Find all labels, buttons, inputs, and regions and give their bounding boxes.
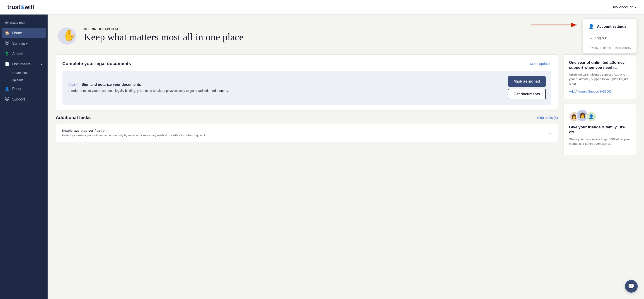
support-icon [4,97,10,102]
content-area: ✋ HI ERIN DELAPORTA! Keep what matters m… [48,15,644,299]
chevron-down-icon: ▲ [634,6,637,9]
task-arrow-icon[interactable]: → [547,130,552,136]
main-column: Complete your legal documents Make updat… [56,55,558,142]
sidebar-sub-uploads[interactable]: Uploads [12,77,48,84]
avatar-3: 👤 [586,112,596,122]
chat-icon: 💬 [628,283,635,289]
sidebar-item-summary[interactable]: Summary [0,38,48,49]
dropdown-footer: Privacy | Terms | Accessibility [583,44,636,51]
sidebar: My estate plan 🏠 Home Summary 💲 Assets 📄… [0,15,48,299]
get-documents-button[interactable]: Get documents [508,89,546,99]
logout-icon: ↪ [588,36,592,41]
referral-avatars: 👩 👩 👤 [569,109,630,122]
add-attorney-support-link[interactable]: Add Attorney Support (+$200) [569,90,611,93]
account-dropdown: 👤 Account settings ↪ Log out Privacy | T… [583,19,637,53]
sidebar-item-documents[interactable]: 📄 Documents ▲ [0,59,48,69]
tasks-header: Additional tasks Hide tasks (4) [56,115,558,120]
documents-chevron-icon: ▲ [40,63,43,66]
account-settings-item[interactable]: 👤 Account settings [583,21,636,33]
logo-ampersand: & [20,4,25,11]
task-description: Protect your estate plan with enhanced s… [62,133,207,137]
referral-title: Give your friends & family 10% off. [569,125,630,135]
make-updates-link[interactable]: Make updates [530,62,551,66]
logo: trust&will [7,4,34,11]
my-account-button[interactable]: My account ▲ [613,5,637,10]
logout-item[interactable]: ↪ Log out [583,33,636,44]
hero-illustration: ✋ [56,24,78,46]
sidebar-item-documents-label: Documents [12,62,30,66]
sidebar-item-summary-label: Summary [12,42,28,46]
documents-icon: 📄 [4,62,10,67]
task-item-verification: Enable two-step verification Protect you… [56,124,558,142]
two-col-layout: Complete your legal documents Make updat… [56,55,636,160]
sidebar-item-assets[interactable]: 💲 Assets [0,49,48,59]
task-title: Enable two-step verification [62,129,207,132]
referral-card: 👩 👩 👤 Give your friends & family 10% off… [563,104,636,155]
accessibility-link[interactable]: Accessibility [615,46,631,50]
hero-headline: Keep what matters most all in one place [84,32,244,43]
sign-block-text: NEXT Sign and notarize your documents In… [68,83,504,93]
logout-label: Log out [594,36,606,40]
assets-icon: 💲 [4,52,10,56]
sign-block: NEXT Sign and notarize your documents In… [62,71,551,105]
legal-documents-title: Complete your legal documents [62,61,131,66]
home-icon: 🏠 [4,31,10,35]
additional-tasks-title: Additional tasks [56,115,91,120]
hero-text: HI ERIN DELAPORTA! Keep what matters mos… [84,27,244,43]
sign-block-actions: Mark as signed Get documents [508,76,546,99]
sidebar-item-home-label: Home [12,31,22,35]
side-column: One year of unlimited attorney support w… [563,55,636,160]
sidebar-item-support-label: Support [12,97,25,101]
user-circle-icon: 👤 [588,24,594,29]
hide-tasks-link[interactable]: Hide tasks (4) [537,116,558,120]
svg-point-4 [5,97,9,101]
sidebar-item-assets-label: Assets [12,52,23,56]
sidebar-item-people[interactable]: 👤 People [0,84,48,94]
people-icon: 👤 [4,86,10,91]
hero-section: ✋ HI ERIN DELAPORTA! Keep what matters m… [56,24,636,46]
sidebar-item-people-label: People [12,87,24,91]
attorney-support-card: One year of unlimited attorney support w… [563,55,636,99]
next-badge: NEXT [68,83,79,87]
summary-icon [4,41,10,46]
card-header: Complete your legal documents Make updat… [62,61,551,66]
sign-block-description: In order to make your documents legally … [68,89,504,93]
sidebar-item-home[interactable]: 🏠 Home [2,28,46,38]
main-layout: My estate plan 🏠 Home Summary 💲 Assets 📄… [0,15,644,299]
attorney-support-title: One year of unlimited attorney support w… [569,60,630,70]
svg-point-3 [6,42,8,44]
account-settings-label: Account settings [597,25,626,29]
privacy-link[interactable]: Privacy [588,46,598,50]
chat-button[interactable]: 💬 [625,280,638,293]
sidebar-item-support[interactable]: Support [0,94,48,105]
separator-1: | [600,46,601,50]
svg-point-5 [6,98,8,100]
find-notary-link[interactable]: Find a notary [210,89,228,93]
task-item-text: Enable two-step verification Protect you… [62,129,207,137]
mark-as-signed-button[interactable]: Mark as signed [508,76,546,87]
sign-block-title: Sign and notarize your documents [82,83,141,86]
referral-description: Share your custom link to gift 10% off t… [569,137,630,146]
my-account-label: My account [613,5,633,10]
svg-text:✋: ✋ [62,29,76,42]
attorney-support-description: Unlimited calls, ultimate support. Add o… [569,72,630,86]
sidebar-documents-sub: Estate plan Uploads [0,69,48,84]
terms-link[interactable]: Terms [602,46,610,50]
additional-tasks-section: Additional tasks Hide tasks (4) Enable t… [56,115,558,142]
sidebar-heading: My estate plan [0,19,48,28]
hero-greeting: HI ERIN DELAPORTA! [84,27,244,31]
separator-2: | [612,46,613,50]
top-nav: trust&will My account ▲ 👤 Account settin… [0,0,644,15]
legal-documents-card: Complete your legal documents Make updat… [56,55,558,111]
sidebar-sub-estate-plan[interactable]: Estate plan [12,69,48,77]
